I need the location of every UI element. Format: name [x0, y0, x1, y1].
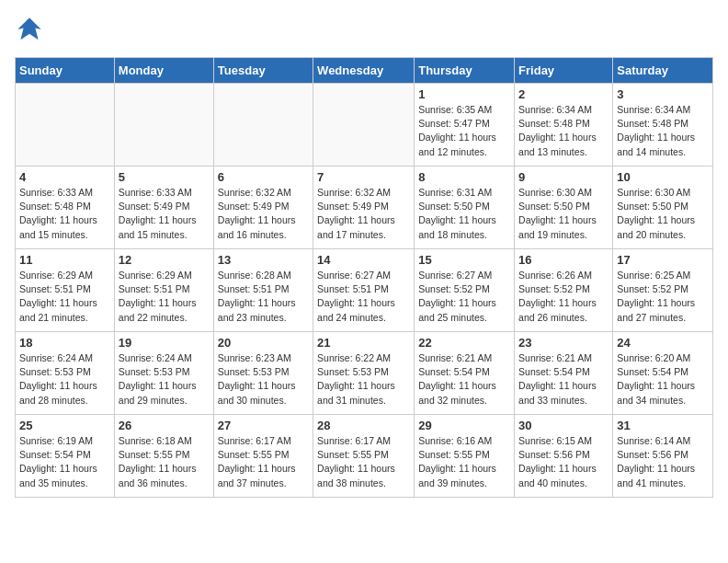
day-number: 7 — [317, 170, 410, 184]
calendar-day-cell: 17Sunrise: 6:25 AM Sunset: 5:52 PM Dayli… — [613, 249, 713, 332]
day-number: 25 — [19, 419, 110, 432]
day-number: 13 — [218, 253, 309, 267]
calendar-day-cell: 25Sunrise: 6:19 AM Sunset: 5:54 PM Dayli… — [16, 415, 115, 498]
day-number: 28 — [317, 419, 410, 432]
calendar-day-cell: 6Sunrise: 6:32 AM Sunset: 5:49 PM Daylig… — [213, 167, 313, 249]
day-number: 9 — [518, 170, 609, 184]
calendar-day-cell: 16Sunrise: 6:26 AM Sunset: 5:52 PM Dayli… — [515, 249, 613, 332]
day-number: 15 — [418, 253, 510, 267]
calendar-day-cell: 23Sunrise: 6:21 AM Sunset: 5:54 PM Dayli… — [515, 332, 613, 415]
day-number: 23 — [518, 336, 609, 350]
logo-bird-icon — [15, 15, 44, 50]
calendar-day-header: Friday — [515, 58, 613, 84]
day-info: Sunrise: 6:21 AM Sunset: 5:54 PM Dayligh… — [418, 351, 510, 408]
calendar-body: 1Sunrise: 6:35 AM Sunset: 5:47 PM Daylig… — [16, 84, 713, 498]
day-number: 24 — [617, 336, 709, 350]
calendar-day-header: Tuesday — [213, 58, 313, 84]
day-number: 26 — [119, 419, 210, 432]
day-info: Sunrise: 6:27 AM Sunset: 5:51 PM Dayligh… — [317, 269, 410, 325]
day-number: 11 — [19, 253, 110, 267]
day-number: 19 — [119, 336, 210, 350]
day-info: Sunrise: 6:32 AM Sunset: 5:49 PM Dayligh… — [317, 186, 410, 242]
calendar-day-cell: 3Sunrise: 6:34 AM Sunset: 5:48 PM Daylig… — [613, 84, 713, 167]
day-info: Sunrise: 6:34 AM Sunset: 5:48 PM Dayligh… — [617, 103, 709, 159]
day-number: 16 — [518, 253, 609, 267]
day-info: Sunrise: 6:34 AM Sunset: 5:48 PM Dayligh… — [518, 103, 609, 159]
calendar-day-cell: 19Sunrise: 6:24 AM Sunset: 5:53 PM Dayli… — [114, 332, 213, 415]
day-info: Sunrise: 6:24 AM Sunset: 5:53 PM Dayligh… — [119, 351, 210, 408]
calendar-day-cell — [213, 84, 313, 167]
day-info: Sunrise: 6:27 AM Sunset: 5:52 PM Dayligh… — [418, 269, 510, 325]
calendar-week-row: 4Sunrise: 6:33 AM Sunset: 5:48 PM Daylig… — [16, 167, 713, 249]
day-info: Sunrise: 6:24 AM Sunset: 5:53 PM Dayligh… — [19, 351, 110, 408]
day-info: Sunrise: 6:29 AM Sunset: 5:51 PM Dayligh… — [19, 269, 110, 325]
day-number: 5 — [119, 170, 210, 184]
day-number: 20 — [218, 336, 309, 350]
calendar-day-cell: 22Sunrise: 6:21 AM Sunset: 5:54 PM Dayli… — [415, 332, 515, 415]
calendar-day-cell: 20Sunrise: 6:23 AM Sunset: 5:53 PM Dayli… — [213, 332, 313, 415]
day-info: Sunrise: 6:17 AM Sunset: 5:55 PM Dayligh… — [317, 434, 410, 490]
calendar-day-header: Sunday — [16, 58, 115, 84]
calendar-day-cell: 30Sunrise: 6:15 AM Sunset: 5:56 PM Dayli… — [515, 415, 613, 498]
calendar-day-cell: 24Sunrise: 6:20 AM Sunset: 5:54 PM Dayli… — [613, 332, 713, 415]
day-number: 21 — [317, 336, 410, 350]
day-number: 30 — [518, 419, 609, 432]
calendar-day-cell: 1Sunrise: 6:35 AM Sunset: 5:47 PM Daylig… — [415, 84, 515, 167]
calendar-day-cell: 15Sunrise: 6:27 AM Sunset: 5:52 PM Dayli… — [415, 249, 515, 332]
day-number: 27 — [218, 419, 309, 432]
day-number: 22 — [418, 336, 510, 350]
logo — [15, 15, 48, 50]
day-info: Sunrise: 6:22 AM Sunset: 5:53 PM Dayligh… — [317, 351, 410, 408]
calendar-week-row: 25Sunrise: 6:19 AM Sunset: 5:54 PM Dayli… — [16, 415, 713, 498]
day-number: 29 — [418, 419, 510, 432]
calendar-day-cell: 14Sunrise: 6:27 AM Sunset: 5:51 PM Dayli… — [313, 249, 415, 332]
calendar-day-cell: 26Sunrise: 6:18 AM Sunset: 5:55 PM Dayli… — [114, 415, 213, 498]
day-info: Sunrise: 6:32 AM Sunset: 5:49 PM Dayligh… — [218, 186, 309, 242]
day-info: Sunrise: 6:15 AM Sunset: 5:56 PM Dayligh… — [518, 434, 609, 490]
calendar-day-header: Thursday — [415, 58, 515, 84]
calendar-day-cell: 29Sunrise: 6:16 AM Sunset: 5:55 PM Dayli… — [415, 415, 515, 498]
calendar-day-cell: 27Sunrise: 6:17 AM Sunset: 5:55 PM Dayli… — [213, 415, 313, 498]
calendar-day-cell: 28Sunrise: 6:17 AM Sunset: 5:55 PM Dayli… — [313, 415, 415, 498]
calendar-day-cell: 12Sunrise: 6:29 AM Sunset: 5:51 PM Dayli… — [114, 249, 213, 332]
calendar-week-row: 18Sunrise: 6:24 AM Sunset: 5:53 PM Dayli… — [16, 332, 713, 415]
day-number: 6 — [218, 170, 309, 184]
day-info: Sunrise: 6:30 AM Sunset: 5:50 PM Dayligh… — [518, 186, 609, 242]
day-number: 10 — [617, 170, 709, 184]
calendar-day-cell: 4Sunrise: 6:33 AM Sunset: 5:48 PM Daylig… — [16, 167, 115, 249]
day-info: Sunrise: 6:21 AM Sunset: 5:54 PM Dayligh… — [518, 351, 609, 408]
day-info: Sunrise: 6:25 AM Sunset: 5:52 PM Dayligh… — [617, 269, 709, 325]
day-info: Sunrise: 6:30 AM Sunset: 5:50 PM Dayligh… — [617, 186, 709, 242]
day-info: Sunrise: 6:17 AM Sunset: 5:55 PM Dayligh… — [218, 434, 309, 490]
day-number: 1 — [418, 87, 510, 101]
day-number: 3 — [617, 87, 709, 101]
day-info: Sunrise: 6:26 AM Sunset: 5:52 PM Dayligh… — [518, 269, 609, 325]
day-info: Sunrise: 6:19 AM Sunset: 5:54 PM Dayligh… — [19, 434, 110, 490]
calendar-day-cell — [313, 84, 415, 167]
day-number: 18 — [19, 336, 110, 350]
day-number: 17 — [617, 253, 709, 267]
day-number: 14 — [317, 253, 410, 267]
day-info: Sunrise: 6:28 AM Sunset: 5:51 PM Dayligh… — [218, 269, 309, 325]
day-info: Sunrise: 6:16 AM Sunset: 5:55 PM Dayligh… — [418, 434, 510, 490]
day-info: Sunrise: 6:23 AM Sunset: 5:53 PM Dayligh… — [218, 351, 309, 408]
calendar-day-cell — [16, 84, 115, 167]
calendar-day-cell: 2Sunrise: 6:34 AM Sunset: 5:48 PM Daylig… — [515, 84, 613, 167]
calendar-day-cell: 8Sunrise: 6:31 AM Sunset: 5:50 PM Daylig… — [415, 167, 515, 249]
calendar-day-cell: 9Sunrise: 6:30 AM Sunset: 5:50 PM Daylig… — [515, 167, 613, 249]
day-info: Sunrise: 6:18 AM Sunset: 5:55 PM Dayligh… — [119, 434, 210, 490]
calendar-day-cell — [114, 84, 213, 167]
calendar-table: SundayMondayTuesdayWednesdayThursdayFrid… — [15, 57, 713, 498]
calendar-day-header: Saturday — [613, 58, 713, 84]
day-number: 31 — [617, 419, 709, 432]
calendar-day-cell: 18Sunrise: 6:24 AM Sunset: 5:53 PM Dayli… — [16, 332, 115, 415]
calendar-day-cell: 21Sunrise: 6:22 AM Sunset: 5:53 PM Dayli… — [313, 332, 415, 415]
svg-marker-0 — [17, 17, 41, 40]
day-info: Sunrise: 6:35 AM Sunset: 5:47 PM Dayligh… — [418, 103, 510, 159]
calendar-day-cell: 11Sunrise: 6:29 AM Sunset: 5:51 PM Dayli… — [16, 249, 115, 332]
day-info: Sunrise: 6:33 AM Sunset: 5:48 PM Dayligh… — [19, 186, 110, 242]
calendar-week-row: 11Sunrise: 6:29 AM Sunset: 5:51 PM Dayli… — [16, 249, 713, 332]
day-info: Sunrise: 6:20 AM Sunset: 5:54 PM Dayligh… — [617, 351, 709, 408]
day-info: Sunrise: 6:14 AM Sunset: 5:56 PM Dayligh… — [617, 434, 709, 490]
day-number: 12 — [119, 253, 210, 267]
